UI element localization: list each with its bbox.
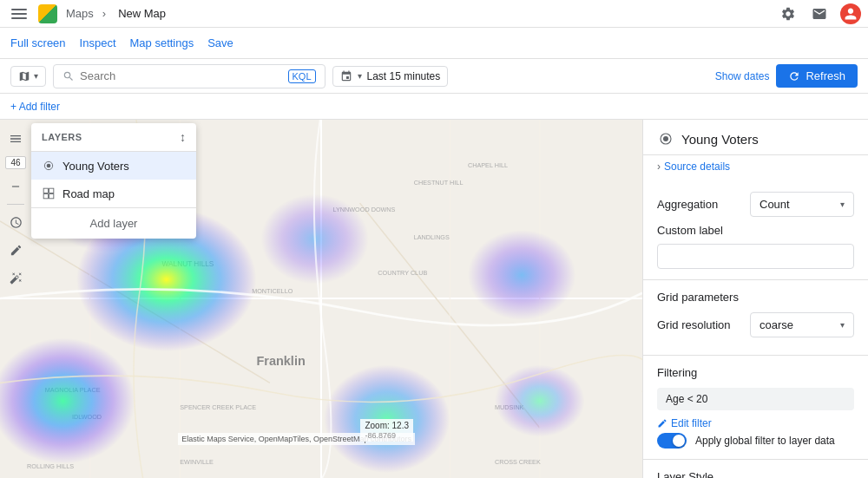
zoom-level-text: Zoom: 12.3 <box>365 421 409 430</box>
svg-rect-38 <box>43 188 48 193</box>
filter-tag: Age < 20 <box>657 388 854 410</box>
grid-resolution-select[interactable]: coarse ▾ <box>750 312 854 337</box>
filter-tag-text: Age < 20 <box>666 393 707 405</box>
map-title: New Map <box>118 7 166 20</box>
settings-icon-btn[interactable] <box>778 3 799 24</box>
grid-parameters-section: Grid parameters Grid resolution coarse ▾ <box>643 280 868 356</box>
svg-point-34 <box>495 365 585 437</box>
layers-panel: LAYERS ↕ Young Voters Road map Add layer <box>31 123 196 239</box>
filtering-section: Filtering Age < 20 Edit filter Apply glo… <box>643 356 868 460</box>
right-panel: Young Voters › Source details Aggregatio… <box>642 120 868 478</box>
nav-full-screen[interactable]: Full screen <box>10 33 66 53</box>
aggregation-select[interactable]: Count ▾ <box>750 192 854 217</box>
grid-parameters-title: Grid parameters <box>657 291 854 304</box>
source-details-row[interactable]: › Source details <box>643 155 868 181</box>
left-toolbar: 46 <box>0 120 31 478</box>
add-layer-button[interactable]: Add layer <box>31 207 196 239</box>
toolbar-clock-btn[interactable] <box>3 210 28 234</box>
svg-text:CROSS CREEK: CROSS CREEK <box>495 458 541 466</box>
map-type-selector[interactable]: ▾ <box>10 66 46 87</box>
layer-item-road-map[interactable]: Road map <box>31 180 196 207</box>
time-selector[interactable]: ▾ Last 15 minutes <box>332 66 449 87</box>
road-layer-icon <box>42 187 56 200</box>
search-input-wrap[interactable]: KQL <box>53 64 326 88</box>
custom-label-row: Custom label <box>657 224 854 237</box>
add-filter-button[interactable]: + Add filter <box>10 101 60 113</box>
search-bar: ▾ KQL ▾ Last 15 minutes Show dates Refre… <box>0 59 868 94</box>
custom-label-input[interactable] <box>657 244 854 269</box>
grid-resolution-label: Grid resolution <box>657 318 731 331</box>
layer-panel-title: Young Voters <box>681 132 759 147</box>
source-details-label: Source details <box>664 160 730 173</box>
calendar-icon <box>340 70 352 82</box>
layers-panel-header: LAYERS ↕ <box>31 123 196 152</box>
layer-panel-header: Young Voters <box>643 120 868 155</box>
refresh-icon <box>788 70 800 82</box>
toolbar-expand-btn[interactable] <box>3 127 28 151</box>
svg-rect-40 <box>43 194 48 199</box>
filtering-title: Filtering <box>657 366 854 379</box>
svg-text:CHAPEL HILL: CHAPEL HILL <box>468 161 508 169</box>
grid-resolution-value: coarse <box>760 318 793 331</box>
filter-bar: + Add filter <box>0 94 868 120</box>
layer-style-title: Layer Style <box>657 470 854 478</box>
layer-item-young-voters[interactable]: Young Voters <box>31 152 196 180</box>
show-dates-button[interactable]: Show dates <box>715 70 770 82</box>
layers-panel-title: LAYERS <box>42 132 82 142</box>
app-name: Maps <box>66 7 94 20</box>
zoom-in-badge: 46 <box>5 156 25 169</box>
aggregation-chevron-icon: ▾ <box>840 200 845 209</box>
refresh-label: Refresh <box>806 69 845 82</box>
global-filter-toggle[interactable] <box>657 433 687 449</box>
svg-point-32 <box>468 230 575 320</box>
nav-inspect[interactable]: Inspect <box>80 33 116 53</box>
chevron-down-icon2: ▾ <box>358 71 362 81</box>
aggregation-section: Aggregation Count ▾ Custom label <box>643 181 868 280</box>
time-label: Last 15 minutes <box>367 70 441 82</box>
svg-text:SPENCER CREEK PLACE: SPENCER CREEK PLACE <box>180 403 256 411</box>
notifications-icon-btn[interactable] <box>809 3 830 24</box>
main-area: Franklin WALNUT HILLS MONTICELLO FOREST … <box>0 120 868 478</box>
svg-text:MONTICELLO: MONTICELLO <box>252 287 293 295</box>
layers-sort-icon[interactable]: ↕ <box>180 130 186 144</box>
nav-save[interactable]: Save <box>207 33 233 53</box>
hamburger-button[interactable] <box>7 2 31 26</box>
maps-app-icon <box>38 4 57 23</box>
breadcrumb-sep: › <box>102 7 106 20</box>
edit-filter-button[interactable]: Edit filter <box>657 417 854 429</box>
svg-text:COUNTRY CLUB: COUNTRY CLUB <box>378 269 427 277</box>
aggregation-value: Count <box>760 198 790 211</box>
refresh-button[interactable]: Refresh <box>776 64 858 88</box>
toolbar-zoom-out-btn[interactable] <box>3 174 28 199</box>
grid-resolution-row: Grid resolution coarse ▾ <box>657 312 854 337</box>
chevron-right-icon: › <box>657 160 661 173</box>
toolbar-magic-btn[interactable] <box>3 265 28 290</box>
toolbar-pencil-btn[interactable] <box>3 238 28 262</box>
top-bar-icons <box>778 3 861 24</box>
kql-badge[interactable]: KQL <box>288 69 316 83</box>
svg-point-36 <box>47 164 51 168</box>
nav-map-settings[interactable]: Map settings <box>130 33 194 53</box>
layer-name-road-map: Road map <box>62 187 115 200</box>
layer-name-young-voters: Young Voters <box>62 160 129 173</box>
svg-text:CHESTNUT HILL: CHESTNUT HILL <box>414 179 464 187</box>
layer-style-section: Layer Style Color range ▾ <box>643 460 868 478</box>
account-icon-btn[interactable] <box>840 3 861 24</box>
top-bar: Maps › New Map <box>0 0 868 28</box>
zoom-coords: -86.8769 <box>365 431 396 440</box>
map-container[interactable]: Franklin WALNUT HILLS MONTICELLO FOREST … <box>0 120 642 478</box>
search-input[interactable] <box>80 69 288 82</box>
global-filter-row: Apply global filter to layer data <box>657 433 854 449</box>
heatmap-layer-icon <box>42 159 56 173</box>
edit-pencil-icon <box>657 418 667 429</box>
hamburger-icon <box>11 9 27 19</box>
grid-resolution-chevron-icon: ▾ <box>840 320 845 330</box>
aggregation-row: Aggregation Count ▾ <box>657 192 854 217</box>
svg-text:Franklin: Franklin <box>256 354 305 368</box>
custom-label-label: Custom label <box>657 224 723 237</box>
global-filter-label: Apply global filter to layer data <box>695 435 835 447</box>
svg-rect-41 <box>49 194 54 199</box>
svg-rect-39 <box>49 188 54 193</box>
chevron-down-icon: ▾ <box>34 71 38 81</box>
nav-bar: Full screen Inspect Map settings Save <box>0 28 868 59</box>
